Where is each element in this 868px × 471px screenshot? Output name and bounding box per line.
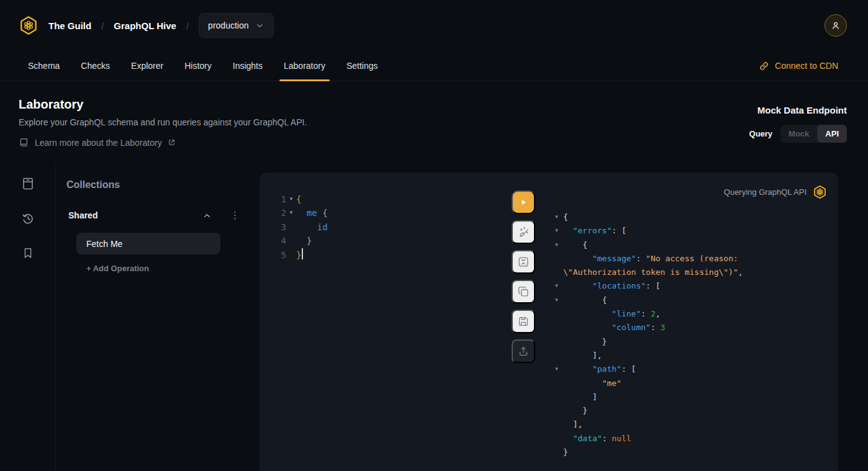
fold-gutter	[286, 248, 296, 262]
fold-toggle-icon[interactable]: ▼	[555, 362, 563, 376]
endpoint-toggle-group: Mock API	[780, 125, 847, 143]
prettify-wand-icon	[517, 225, 530, 239]
toggle-mock[interactable]: Mock	[780, 125, 817, 143]
fold-gutter	[555, 307, 563, 321]
tab-explorer[interactable]: Explorer	[120, 51, 174, 81]
code-token	[563, 362, 592, 376]
endpoint-status: Querying GraphQL API	[724, 185, 827, 199]
operation-item-fetch-me[interactable]: Fetch Me	[76, 233, 220, 254]
code-token: }	[563, 335, 607, 349]
page-subtitle: Explore your GraphQL schema and run quer…	[19, 117, 307, 127]
app-header: The Guild / GraphQL Hive / production	[0, 0, 868, 51]
add-operation-button[interactable]: + Add Operation	[86, 264, 232, 273]
code-line: "message": "No access (reason:	[555, 252, 826, 266]
laboratory-workspace: Collections Shared ⋮ Fetch Me + Add Oper…	[0, 164, 868, 471]
code-token: "errors"	[573, 224, 612, 238]
code-token: "path"	[592, 362, 622, 376]
hive-logo-icon	[813, 185, 827, 199]
code-token: \"Authorization token is missing\")"	[563, 266, 738, 279]
execute-query-button[interactable]	[512, 191, 535, 214]
tab-checks[interactable]: Checks	[70, 51, 120, 81]
history-icon[interactable]	[20, 211, 35, 226]
code-token: ,	[738, 266, 743, 279]
fold-gutter	[555, 390, 563, 404]
code-token: :	[651, 321, 661, 334]
code-token: }	[563, 446, 568, 459]
code-line: ▼ {	[555, 238, 826, 252]
collections-panel: Collections Shared ⋮ Fetch Me + Add Oper…	[56, 164, 260, 471]
fold-gutter	[555, 252, 563, 266]
breadcrumb-org[interactable]: The Guild	[48, 20, 91, 31]
code-token: :	[622, 362, 631, 376]
code-line: ],	[555, 349, 826, 362]
code-token: :	[612, 224, 622, 238]
query-editor-code[interactable]: 1▼{2▼ me {3 id4 }5}	[260, 192, 509, 262]
fold-gutter	[555, 349, 563, 362]
bookmark-icon[interactable]	[21, 246, 35, 261]
docs-icon[interactable]	[20, 176, 35, 191]
code-line: "me"	[555, 377, 826, 390]
code-token	[563, 307, 612, 321]
fold-toggle-icon[interactable]: ▼	[555, 224, 563, 238]
tab-insights[interactable]: Insights	[222, 51, 273, 81]
fold-toggle-icon[interactable]: ▼	[286, 192, 296, 206]
page-title: Laboratory	[19, 97, 307, 112]
connect-to-cdn-label: Connect to CDN	[775, 61, 838, 71]
fold-toggle-icon[interactable]: ▼	[286, 206, 296, 220]
breadcrumb-project[interactable]: GraphQL Hive	[114, 20, 176, 31]
code-token: {	[322, 206, 327, 220]
learn-more-label: Learn more about the Laboratory	[35, 138, 162, 148]
fold-toggle-icon[interactable]: ▼	[555, 294, 563, 307]
fold-toggle-icon[interactable]: ▼	[555, 210, 563, 224]
share-operation-button[interactable]	[512, 339, 535, 363]
copy-query-button[interactable]	[512, 280, 535, 303]
code-token	[563, 238, 582, 252]
kebab-menu-icon[interactable]: ⋮	[230, 213, 239, 217]
tab-history[interactable]: History	[174, 51, 222, 81]
fold-gutter	[286, 220, 296, 234]
save-operation-button[interactable]	[512, 310, 535, 333]
tab-schema[interactable]: Schema	[17, 51, 70, 81]
code-token: ],	[563, 418, 582, 431]
code-token: }	[307, 234, 312, 248]
breadcrumb: The Guild / GraphQL Hive / production	[19, 13, 825, 38]
connect-to-cdn-link[interactable]: Connect to CDN	[759, 51, 838, 81]
code-token: :	[646, 279, 656, 293]
tab-laboratory[interactable]: Laboratory	[273, 51, 336, 81]
code-line: ▼{	[555, 210, 826, 224]
code-token: "data"	[573, 432, 602, 446]
line-number: 5	[260, 248, 286, 262]
code-token: [	[622, 224, 626, 238]
fold-toggle-icon[interactable]: ▼	[555, 238, 563, 252]
code-token	[296, 220, 317, 234]
code-token: ],	[563, 349, 602, 362]
learn-more-link[interactable]: Learn more about the Laboratory	[19, 137, 307, 148]
code-line: ],	[555, 418, 826, 431]
query-editor[interactable]: 1▼{2▼ me {3 id4 }5}	[260, 173, 509, 471]
chevron-down-icon	[255, 21, 264, 30]
user-avatar-button[interactable]	[825, 14, 847, 37]
collection-group-shared[interactable]: Shared ⋮	[66, 210, 232, 220]
code-token: null	[612, 432, 631, 446]
code-token: {	[582, 238, 587, 252]
fold-gutter	[555, 321, 563, 334]
toggle-api[interactable]: API	[817, 125, 847, 143]
code-token	[296, 206, 307, 220]
chevron-up-icon[interactable]	[202, 211, 212, 220]
target-select-button[interactable]: production	[199, 13, 273, 38]
hive-logo-icon[interactable]	[19, 16, 38, 35]
code-token: 3	[661, 321, 666, 334]
code-line: }	[555, 335, 826, 349]
code-token: "me"	[602, 377, 622, 390]
merge-fragments-button[interactable]	[512, 250, 535, 274]
tab-settings[interactable]: Settings	[336, 51, 389, 81]
prettify-button[interactable]	[512, 220, 535, 244]
person-icon	[830, 20, 841, 31]
editor-toolbar	[509, 173, 538, 471]
response-pane: ▼{▼ "errors": [▼ { "message": "No access…	[538, 173, 838, 471]
query-toggle-row: Query Mock API	[749, 125, 847, 143]
line-number: 2	[260, 206, 286, 220]
code-token: {	[296, 192, 301, 206]
fold-toggle-icon[interactable]: ▼	[555, 279, 563, 293]
page-head: Laboratory Explore your GraphQL schema a…	[0, 81, 868, 148]
